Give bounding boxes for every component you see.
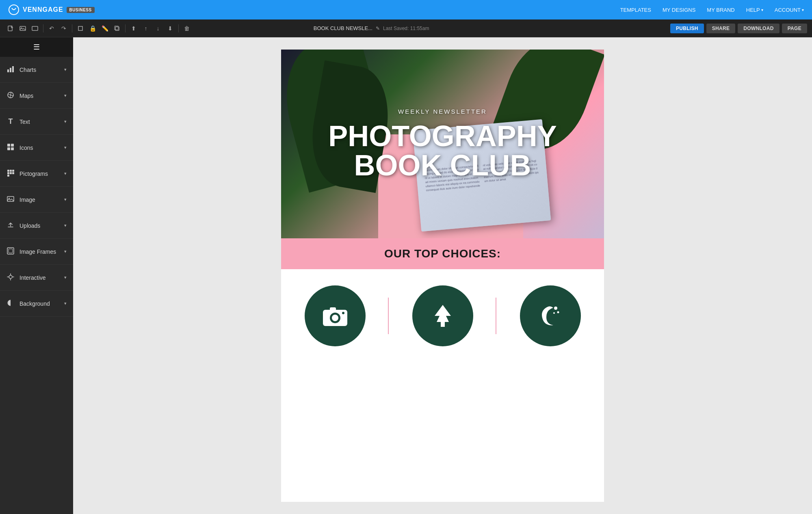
sidebar-item-interactive[interactable]: Interactive ▾ [0,265,73,291]
toolbar-up-icon[interactable]: ↑ [140,23,152,34]
svg-rect-18 [12,170,14,172]
download-button[interactable]: DOWNLOAD [738,24,779,33]
interactive-label: Interactive [19,274,46,281]
doc-edit-pencil-icon[interactable]: ✎ [376,26,380,31]
sidebar-interactive-left: Interactive [6,273,46,282]
hamburger-menu[interactable]: ☰ [0,37,73,57]
maps-icon [6,91,15,100]
svg-rect-4 [32,26,38,30]
uploads-icon [6,221,15,230]
camera-icon-circle [305,285,366,346]
sidebar-item-icons[interactable]: Icons ▾ [0,135,73,161]
templates-link[interactable]: TEMPLATES [620,7,651,13]
toolbar-copy-icon[interactable] [111,23,123,34]
icons-section [281,269,604,367]
toolbar-right-buttons: PUBLISH SHARE DOWNLOAD PAGE [670,24,807,33]
pictograms-label: Pictograms [19,171,48,177]
moon-icon-circle [520,285,581,346]
image-frames-label: Image Frames [19,248,56,255]
canvas-area[interactable]: Lorem ipsum dolor sit amet consectetur a… [73,37,812,514]
logo-area[interactable]: VENNGAGE BUSINESS [8,4,95,15]
main-layout: ☰ Charts ▾ [0,37,812,514]
background-label: Background [19,300,50,307]
svg-rect-16 [7,170,9,172]
my-brand-link[interactable]: MY BRAND [707,7,734,13]
svg-rect-17 [10,170,12,172]
svg-rect-13 [11,144,14,147]
sidebar-icons-left: Icons [6,143,33,152]
toolbar-layer-up-icon[interactable]: ⬆ [128,23,139,34]
publish-button[interactable]: PUBLISH [670,24,704,33]
toolbar-image-icon[interactable] [17,23,28,34]
venngage-logo-icon [8,4,19,15]
design-canvas: Lorem ipsum dolor sit amet consectetur a… [281,50,604,502]
hamburger-icon: ☰ [33,43,40,52]
moon-svg-icon [536,302,565,330]
business-badge: BUSINESS [67,7,95,13]
hero-text-block: WEEKLY NEWSLETTER PHOTOGRAPHY BOOK CLUB [328,108,557,180]
svg-rect-5 [78,26,82,30]
toolbar-down-icon[interactable]: ↓ [152,23,164,34]
uploads-chevron-icon: ▾ [64,223,67,228]
svg-rect-23 [7,197,14,201]
svg-rect-9 [10,68,11,72]
top-navigation: VENNGAGE BUSINESS TEMPLATES MY DESIGNS M… [0,0,812,19]
toolbar-separator-4 [178,24,179,32]
svg-rect-19 [7,172,9,174]
toolbar-image2-icon[interactable] [29,23,41,34]
document-title: BOOK CLUB NEWSLE... [314,25,372,31]
sidebar-uploads-left: Uploads [6,221,40,230]
text-icon: T [6,117,15,126]
icons-icon [6,143,15,152]
svg-point-27 [9,275,12,279]
sidebar-image-frames-left: Image Frames [6,247,56,256]
logo-text: VENNGAGE [23,6,63,13]
background-chevron-icon: ▾ [64,301,67,306]
sidebar-pictograms-left: Pictograms [6,169,48,178]
toolbar-edit-icon[interactable]: ✏️ [99,23,110,34]
svg-rect-31 [330,307,336,311]
camera-svg-icon [321,302,349,330]
page-button[interactable]: PAGE [782,24,807,33]
sidebar-item-charts[interactable]: Charts ▾ [0,57,73,83]
sidebar: ☰ Charts ▾ [0,37,73,514]
my-designs-link[interactable]: MY DESIGNS [663,7,695,13]
share-button[interactable]: SHARE [706,24,736,33]
icons-chevron-icon: ▾ [64,145,67,150]
help-link[interactable]: HELP ▾ [746,7,763,13]
toolbar-separator-2 [72,24,72,32]
document-saved-status: Last Saved: 11:55am [383,26,429,31]
text-label: Text [19,119,30,125]
sidebar-item-text[interactable]: T Text ▾ [0,109,73,135]
text-chevron-icon: ▾ [64,119,67,124]
toolbar-undo-icon[interactable]: ↶ [46,23,57,34]
svg-rect-15 [11,147,14,150]
interactive-chevron-icon: ▾ [64,275,67,280]
sidebar-item-uploads[interactable]: Uploads ▾ [0,213,73,239]
sidebar-item-pictograms[interactable]: Pictograms ▾ [0,161,73,187]
sidebar-item-image-frames[interactable]: Image Frames ▾ [0,239,73,265]
sidebar-image-left: Image [6,195,35,204]
sidebar-item-maps[interactable]: Maps ▾ [0,83,73,109]
svg-rect-12 [7,144,10,147]
sidebar-text-left: T Text [6,117,30,126]
account-link[interactable]: ACCOUNT ▾ [775,7,804,13]
svg-rect-26 [9,249,13,253]
toolbar-delete-icon[interactable]: 🗑 [181,23,193,34]
sidebar-item-background[interactable]: Background ▾ [0,291,73,317]
tree-svg-icon [429,302,457,330]
banner-text: OUR TOP CHOICES: [281,247,604,260]
toolbar-layer-down-icon[interactable]: ⬇ [165,23,176,34]
image-chevron-icon: ▾ [64,197,67,202]
toolbar-separator-1 [43,24,43,32]
toolbar-crop-icon[interactable] [75,23,86,34]
charts-icon [6,65,15,74]
toolbar-redo-icon[interactable]: ↷ [58,23,69,34]
sidebar-item-image[interactable]: Image ▾ [0,187,73,213]
account-chevron-icon: ▾ [802,8,804,12]
toolbar-lock-icon[interactable]: 🔒 [87,23,98,34]
pictograms-icon [6,169,15,178]
image-label: Image [19,197,35,203]
toolbar-new-icon[interactable] [5,23,16,34]
editor-toolbar: ↶ ↷ 🔒 ✏️ ⬆ ↑ ↓ ⬇ 🗑 BOOK CLUB NEWSLE... ✎… [0,19,812,37]
